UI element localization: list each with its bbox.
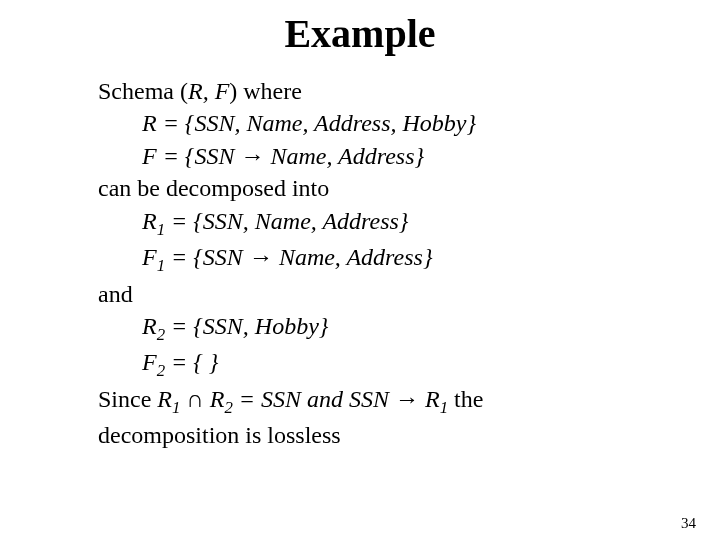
line-since: Since R1 ∩ R2 = SSN and SSN → R1 the — [98, 383, 660, 419]
set: = { } — [165, 349, 218, 375]
text-italic: R = — [142, 110, 185, 136]
line-R2: R2 = {SSN, Hobby} — [98, 310, 660, 346]
set-open: = {SSN — [165, 244, 249, 270]
line-F: F = {SSN → Name, Address} — [98, 140, 660, 172]
var: R — [210, 386, 225, 412]
line-F2: F2 = { } — [98, 346, 660, 382]
set-close: Name, Address} — [264, 143, 424, 169]
slide-title: Example — [0, 10, 720, 57]
line-and: and — [98, 278, 660, 310]
arrow-icon: → — [240, 143, 264, 169]
set: = {SSN, Name, Address} — [165, 208, 408, 234]
line-decomposed: can be decomposed into — [98, 172, 660, 204]
intersect-icon: ∩ — [180, 386, 209, 412]
var: R — [419, 386, 440, 412]
line-schema: Schema (R, F) where — [98, 75, 660, 107]
set: = {SSN, Hobby} — [165, 313, 328, 339]
slide: Example Schema (R, F) where R = {SSN, Na… — [0, 10, 720, 540]
arrow-icon: → — [249, 244, 273, 270]
var: R — [142, 208, 157, 234]
subscript: 2 — [157, 325, 165, 344]
subscript: 2 — [157, 361, 165, 380]
line-R1: R1 = {SSN, Name, Address} — [98, 205, 660, 241]
set-open: {SSN — [185, 143, 241, 169]
text: ) where — [229, 78, 302, 104]
subscript: 2 — [224, 398, 232, 417]
text: the — [448, 386, 483, 412]
text: Since — [98, 386, 157, 412]
set-close: Name, Address} — [273, 244, 433, 270]
arrow-icon: → — [395, 386, 419, 412]
line-R: R = {SSN, Name, Address, Hobby} — [98, 107, 660, 139]
line-F1: F1 = {SSN → Name, Address} — [98, 241, 660, 277]
var: R — [157, 386, 172, 412]
set: {SSN, Name, Address, Hobby} — [185, 110, 476, 136]
page-number: 34 — [681, 515, 696, 532]
slide-body: Schema (R, F) where R = {SSN, Name, Addr… — [98, 75, 660, 452]
line-lossless: decomposition is lossless — [98, 419, 660, 451]
var: F — [142, 349, 157, 375]
subscript: 1 — [157, 256, 165, 275]
subscript: 1 — [157, 219, 165, 238]
text-italic: R, F — [188, 78, 229, 104]
var: R — [142, 313, 157, 339]
text-italic: = SSN and SSN — [233, 386, 395, 412]
text-italic: F = — [142, 143, 185, 169]
var: F — [142, 244, 157, 270]
text: Schema ( — [98, 78, 188, 104]
subscript: 1 — [440, 398, 448, 417]
